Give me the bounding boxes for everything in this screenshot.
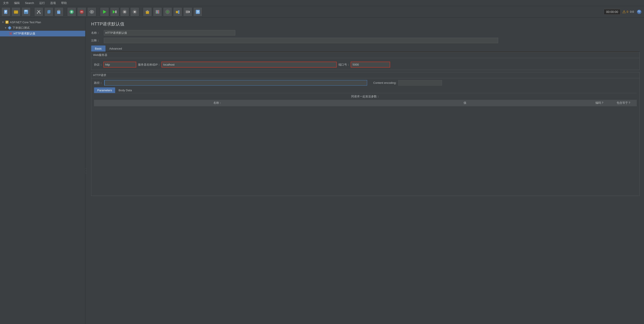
server-input[interactable] xyxy=(162,62,337,68)
comment-row: 注释： xyxy=(91,38,640,43)
content-area: HTTP请求默认值 名称： 注释： Basic Advanced Web服务器 … xyxy=(87,18,644,324)
svg-text:?: ? xyxy=(197,10,199,14)
svg-rect-39 xyxy=(178,12,180,14)
tree-icon-http-default xyxy=(9,32,13,36)
encoding-input[interactable] xyxy=(398,80,442,86)
parameters-panel: 同请求一起发送参数： 名称： 值 编码？ 包含等于？ xyxy=(94,93,637,194)
params-col-value-header: 值 xyxy=(341,101,588,105)
settings-button[interactable] xyxy=(636,8,643,15)
toolbar: ? 00:00:00 ⚠ 0 0:0 xyxy=(0,6,644,18)
svg-rect-6 xyxy=(25,10,27,12)
tab-basic[interactable]: Basic xyxy=(91,45,106,52)
error-badge: 0:0 xyxy=(630,10,634,13)
svg-rect-0 xyxy=(4,10,7,14)
help-button[interactable]: ? xyxy=(193,7,202,17)
path-input[interactable] xyxy=(104,80,367,86)
menu-run[interactable]: 运行 xyxy=(38,1,46,6)
name-label: 名称： xyxy=(91,31,102,35)
run-button[interactable] xyxy=(100,7,109,17)
path-label: 路径： xyxy=(94,81,102,85)
web-server-content: 协议： 服务器名称或IP： 端口号： xyxy=(91,58,640,70)
warning-badge: ⚠ 0 xyxy=(622,10,628,14)
timer-display: 00:00:00 xyxy=(604,9,620,15)
web-server-section: Web服务器 协议： 服务器名称或IP： 端口号： xyxy=(91,52,640,70)
svg-point-21 xyxy=(91,11,92,13)
save-button[interactable] xyxy=(22,7,31,17)
name-input[interactable] xyxy=(104,30,235,36)
menu-search[interactable]: Search xyxy=(24,1,35,5)
svg-rect-32 xyxy=(157,11,158,13)
tree-label-http-default: HTTP请求默认值 xyxy=(14,32,35,36)
svg-rect-24 xyxy=(115,11,116,13)
svg-rect-38 xyxy=(178,11,180,12)
port-group: 端口号： xyxy=(338,62,390,68)
path-row: 路径： Content encoding: xyxy=(94,80,637,86)
report-button[interactable] xyxy=(153,7,162,17)
inner-tabs-bar: Parameters Body Data xyxy=(94,87,637,93)
inner-tab-body-data[interactable]: Body Data xyxy=(115,87,135,93)
port-input[interactable] xyxy=(351,62,390,68)
svg-rect-13 xyxy=(48,10,50,13)
page-title: HTTP请求默认值 xyxy=(91,21,640,27)
tab-advanced[interactable]: Advanced xyxy=(106,45,126,52)
tree-label-thread-group: 下单接口测试 xyxy=(12,26,30,30)
comment-input[interactable] xyxy=(104,38,498,43)
stop2-button[interactable] xyxy=(130,7,139,17)
svg-point-45 xyxy=(639,11,640,12)
web-server-title: Web服务器 xyxy=(91,52,640,58)
server-label: 服务器名称或IP： xyxy=(138,63,160,67)
svg-marker-23 xyxy=(113,10,115,14)
menu-edit[interactable]: 编辑 xyxy=(13,1,21,6)
params-col-encode-header: 编码？ xyxy=(588,101,610,105)
configure-button[interactable] xyxy=(87,7,96,17)
new-button[interactable] xyxy=(1,7,10,17)
tree-item-http-default[interactable]: HTTP请求默认值 xyxy=(0,31,85,36)
svg-point-36 xyxy=(167,12,168,12)
tree-arrow-thread-group[interactable]: ▼ xyxy=(4,27,7,29)
protocol-input[interactable] xyxy=(104,62,136,68)
svg-marker-41 xyxy=(189,11,190,13)
warning-count: 0 xyxy=(627,10,628,13)
protocol-label: 协议： xyxy=(94,63,102,67)
paste-button[interactable] xyxy=(54,7,64,17)
tree-arrow-test-plan[interactable]: ▼ xyxy=(2,21,4,24)
params-body xyxy=(94,106,637,194)
warning-icon: ⚠ xyxy=(622,10,626,14)
main-tabs-bar: Basic Advanced xyxy=(91,45,640,52)
tree-icon-test-plan xyxy=(5,20,9,24)
inner-tab-parameters[interactable]: Parameters xyxy=(94,87,115,93)
menu-options[interactable]: 选项 xyxy=(49,1,57,6)
tree-item-thread-group[interactable]: ▼ 下单接口测试 xyxy=(0,25,85,31)
copy-button[interactable] xyxy=(44,7,54,17)
cut-button[interactable] xyxy=(34,7,43,17)
add-button[interactable] xyxy=(67,7,76,17)
svg-point-51 xyxy=(9,27,10,29)
svg-rect-26 xyxy=(124,11,126,13)
plugin-button[interactable] xyxy=(173,7,182,17)
toolbar-right: 00:00:00 ⚠ 0 0:0 xyxy=(604,8,643,15)
svg-point-11 xyxy=(40,13,41,14)
svg-marker-28 xyxy=(134,11,136,13)
params-col-name-header: 名称： xyxy=(94,101,341,105)
svg-rect-29 xyxy=(146,11,149,14)
film-button[interactable] xyxy=(183,7,192,17)
svg-marker-22 xyxy=(103,10,106,14)
sidebar: ▼ ASP.NET Core Test Plan ▼ 下单接口测试 xyxy=(0,18,86,324)
http-request-title: HTTP请求 xyxy=(91,72,640,78)
svg-rect-33 xyxy=(158,11,158,13)
svg-rect-7 xyxy=(24,12,28,14)
port-label: 端口号： xyxy=(338,63,350,67)
run-stop-button[interactable] xyxy=(110,7,119,17)
server-group: 服务器名称或IP： xyxy=(138,62,337,68)
monitor-button[interactable] xyxy=(163,7,172,17)
stop-button[interactable] xyxy=(120,7,129,17)
menu-file[interactable]: 文件 xyxy=(2,1,10,6)
name-row: 名称： xyxy=(91,30,640,36)
open-button[interactable] xyxy=(12,7,20,17)
menu-help[interactable]: 帮助 xyxy=(60,1,68,6)
svg-rect-31 xyxy=(156,12,157,13)
clear-button[interactable] xyxy=(143,7,152,17)
tree-item-test-plan[interactable]: ▼ ASP.NET Core Test Plan xyxy=(0,19,85,25)
remove-button[interactable] xyxy=(77,7,86,17)
encoding-label: Content encoding: xyxy=(373,81,396,84)
